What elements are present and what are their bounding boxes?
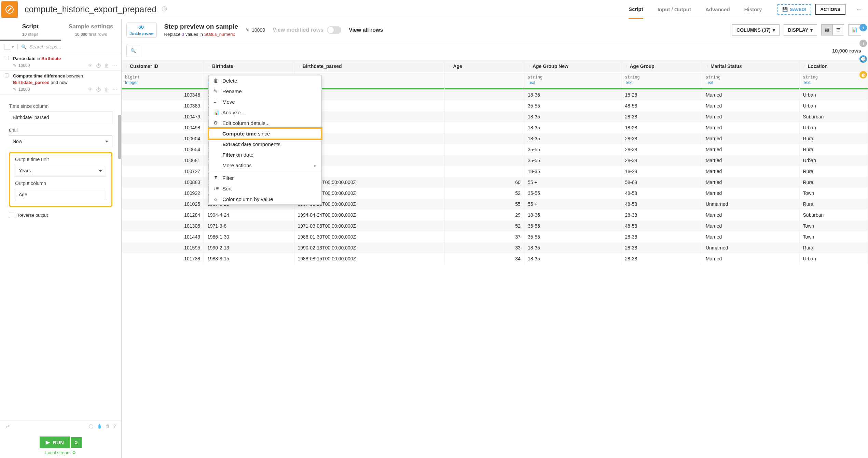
cell[interactable]: Rural [799,199,868,210]
cell[interactable]: 100681 [122,155,204,166]
cell[interactable]: 18-35 [524,89,621,100]
column-header[interactable]: ⋮Age [445,61,524,72]
cell[interactable]: 18-35 [524,122,621,133]
cell[interactable]: 28-38 [621,210,702,220]
collapse-right-icon[interactable]: ← [856,5,863,13]
cell[interactable]: 18-28 [621,89,702,100]
tab-script[interactable]: Script 10 steps [0,19,61,41]
cell[interactable]: Married [702,144,799,155]
cell[interactable]: Married [702,166,799,177]
nav-icon[interactable] [161,6,167,13]
column-meaning[interactable]: Text [799,80,868,88]
select-all-steps[interactable] [4,44,10,50]
column-header[interactable]: ⋮Age Group [621,61,702,72]
output-col-input[interactable] [15,189,106,200]
cell[interactable]: 101284 [122,210,204,220]
rail-comment-icon[interactable]: 💬 [859,55,867,63]
trash-icon[interactable]: 🗑 [106,424,110,430]
cell[interactable]: Suburban [799,210,868,220]
cell[interactable]: 55 [445,199,524,210]
cell[interactable]: Married [702,253,799,264]
cell[interactable]: 101595 [122,242,204,253]
cell[interactable]: 100883 [122,177,204,188]
cell[interactable]: 35-55 [524,100,621,111]
search-steps-input[interactable] [29,44,117,49]
cell[interactable]: Urban [799,122,868,133]
cell[interactable]: 18-28 [621,166,702,177]
cell[interactable]: 18-35 [524,111,621,122]
context-menu-item[interactable]: ✎Rename [209,86,321,97]
rail-history-icon[interactable]: ◐ [859,71,867,78]
cell[interactable]: 1971-03-08T00:00:00.000Z [294,220,445,231]
top-nav-script[interactable]: Script [629,0,643,19]
cell[interactable]: 28-38 [621,242,702,253]
cell[interactable]: Married [702,188,799,199]
cell[interactable]: Town [799,231,868,242]
chevron-down-icon[interactable]: ▾ [12,44,14,49]
context-menu-item[interactable]: ↓≡Sort [209,183,321,194]
context-menu-item[interactable]: Filter on date [209,149,321,160]
cell[interactable]: 35-55 [524,220,621,231]
column-meaning[interactable]: Text [524,80,621,88]
cell[interactable] [445,144,524,155]
output-unit-select[interactable]: Years [15,165,106,176]
context-menu-item[interactable]: 📊Analyze... [209,107,321,118]
cell[interactable]: 28-38 [621,144,702,155]
column-meaning[interactable]: Text [621,80,702,88]
cell[interactable]: 52 [445,188,524,199]
cell[interactable]: 28-38 [621,155,702,166]
run-settings-button[interactable]: ⚙ [71,437,82,448]
more-icon[interactable]: ⋯ [112,87,117,92]
cell[interactable]: 101443 [122,231,204,242]
cell[interactable]: Urban [799,253,868,264]
power-icon[interactable]: ⏻ [96,87,101,92]
cell[interactable]: Married [702,100,799,111]
gears-icon[interactable]: ⚙ [72,450,76,455]
table-row[interactable]: 1012841994-4-241994-04-24T00:00:00.000Z2… [122,210,868,220]
cell[interactable]: 28-38 [621,253,702,264]
grid-search-button[interactable]: 🔍 [126,45,140,57]
cell[interactable] [445,89,524,100]
column-header[interactable]: ⋮Location [799,61,868,72]
cell[interactable]: 100498 [122,122,204,133]
column-header[interactable]: ⋮Birthdate_parsed [294,61,445,72]
cell[interactable] [445,122,524,133]
cell[interactable]: 100389 [122,100,204,111]
cell[interactable]: 55 + [524,199,621,210]
more-icon[interactable]: ⋯ [112,63,117,68]
cell[interactable]: Married [702,89,799,100]
context-menu-item[interactable]: ≡Move [209,97,321,107]
column-meaning[interactable] [445,80,524,88]
info-icon[interactable]: ⓘ [89,424,93,430]
help-icon[interactable]: ? [113,424,116,430]
cell[interactable]: 48-58 [621,100,702,111]
cell[interactable]: 58-68 [621,177,702,188]
cell[interactable] [445,100,524,111]
rail-info-icon[interactable]: i [859,40,867,47]
view-toggle[interactable] [327,26,341,34]
cell[interactable]: 1988-08-15T00:00:00.000Z [294,253,445,264]
context-menu-item[interactable]: ⚙Edit column details... [209,118,321,128]
column-meaning[interactable]: Text [702,80,799,88]
cell[interactable]: 35-55 [524,144,621,155]
cell[interactable]: 101025 [122,199,204,210]
cell[interactable]: 100346 [122,89,204,100]
step-checkbox[interactable] [5,73,9,77]
rail-add-icon[interactable]: + [859,24,867,31]
cell[interactable]: 28-38 [621,231,702,242]
cell[interactable]: Unmarried [702,242,799,253]
context-menu-item[interactable]: More actions▸ [209,160,321,171]
cell[interactable]: 100727 [122,166,204,177]
eye-icon[interactable]: 👁 [88,87,93,92]
cell[interactable]: 33 [445,242,524,253]
drop-icon[interactable]: 💧 [97,424,102,430]
time-since-input[interactable] [9,112,112,123]
scrollbar-handle[interactable] [118,115,121,159]
view-grid-button[interactable]: ▦ [822,25,833,35]
power-icon[interactable]: ⏻ [96,63,101,68]
eye-icon[interactable]: 👁 [88,63,93,68]
table-row[interactable]: 1017381988-8-151988-08-15T00:00:00.000Z3… [122,253,868,264]
column-header[interactable]: ⋮Customer ID [122,61,204,72]
cell[interactable]: 35-55 [524,155,621,166]
cell[interactable]: 48-58 [621,220,702,231]
